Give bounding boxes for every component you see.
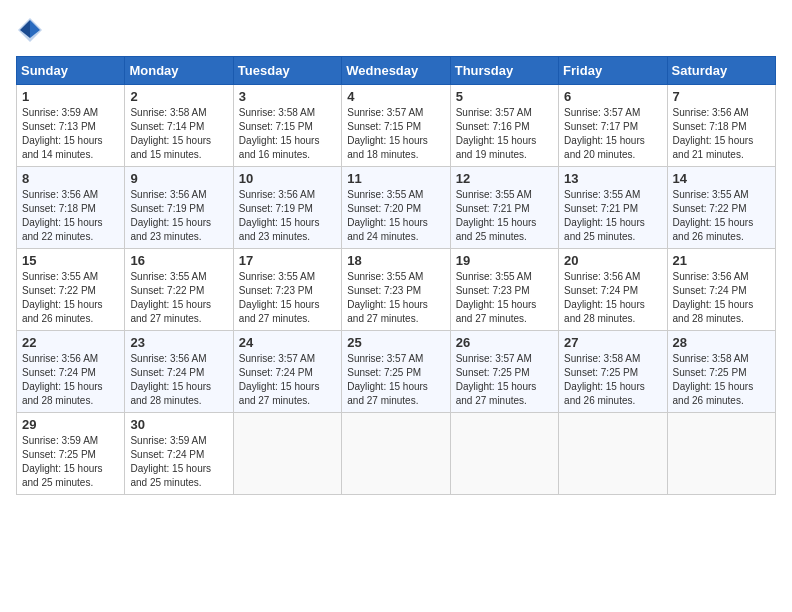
day-info: Sunrise: 3:57 AMSunset: 7:25 PMDaylight:… [456, 352, 553, 408]
day-info: Sunrise: 3:56 AMSunset: 7:18 PMDaylight:… [673, 106, 770, 162]
calendar-cell: 25 Sunrise: 3:57 AMSunset: 7:25 PMDaylig… [342, 331, 450, 413]
day-info: Sunrise: 3:57 AMSunset: 7:24 PMDaylight:… [239, 352, 336, 408]
weekday-header-sunday: Sunday [17, 57, 125, 85]
day-info: Sunrise: 3:56 AMSunset: 7:19 PMDaylight:… [239, 188, 336, 244]
day-info: Sunrise: 3:56 AMSunset: 7:24 PMDaylight:… [130, 352, 227, 408]
weekday-header-tuesday: Tuesday [233, 57, 341, 85]
calendar-cell: 30 Sunrise: 3:59 AMSunset: 7:24 PMDaylig… [125, 413, 233, 495]
calendar-row: 22 Sunrise: 3:56 AMSunset: 7:24 PMDaylig… [17, 331, 776, 413]
day-number: 23 [130, 335, 227, 350]
day-number: 7 [673, 89, 770, 104]
day-number: 14 [673, 171, 770, 186]
day-info: Sunrise: 3:55 AMSunset: 7:23 PMDaylight:… [456, 270, 553, 326]
calendar-cell [233, 413, 341, 495]
calendar-cell: 17 Sunrise: 3:55 AMSunset: 7:23 PMDaylig… [233, 249, 341, 331]
calendar-cell: 16 Sunrise: 3:55 AMSunset: 7:22 PMDaylig… [125, 249, 233, 331]
day-number: 28 [673, 335, 770, 350]
calendar-row: 29 Sunrise: 3:59 AMSunset: 7:25 PMDaylig… [17, 413, 776, 495]
calendar-cell: 20 Sunrise: 3:56 AMSunset: 7:24 PMDaylig… [559, 249, 667, 331]
calendar-cell: 10 Sunrise: 3:56 AMSunset: 7:19 PMDaylig… [233, 167, 341, 249]
day-number: 12 [456, 171, 553, 186]
calendar-cell: 24 Sunrise: 3:57 AMSunset: 7:24 PMDaylig… [233, 331, 341, 413]
day-info: Sunrise: 3:58 AMSunset: 7:14 PMDaylight:… [130, 106, 227, 162]
page-header [16, 16, 776, 44]
day-info: Sunrise: 3:56 AMSunset: 7:18 PMDaylight:… [22, 188, 119, 244]
day-number: 11 [347, 171, 444, 186]
day-number: 25 [347, 335, 444, 350]
calendar-cell: 6 Sunrise: 3:57 AMSunset: 7:17 PMDayligh… [559, 85, 667, 167]
calendar-row: 15 Sunrise: 3:55 AMSunset: 7:22 PMDaylig… [17, 249, 776, 331]
calendar-cell: 1 Sunrise: 3:59 AMSunset: 7:13 PMDayligh… [17, 85, 125, 167]
day-info: Sunrise: 3:55 AMSunset: 7:23 PMDaylight:… [239, 270, 336, 326]
day-number: 10 [239, 171, 336, 186]
day-number: 26 [456, 335, 553, 350]
weekday-header-thursday: Thursday [450, 57, 558, 85]
day-info: Sunrise: 3:58 AMSunset: 7:25 PMDaylight:… [564, 352, 661, 408]
day-number: 8 [22, 171, 119, 186]
calendar-cell [450, 413, 558, 495]
calendar-cell: 11 Sunrise: 3:55 AMSunset: 7:20 PMDaylig… [342, 167, 450, 249]
calendar-cell: 26 Sunrise: 3:57 AMSunset: 7:25 PMDaylig… [450, 331, 558, 413]
calendar-cell: 28 Sunrise: 3:58 AMSunset: 7:25 PMDaylig… [667, 331, 775, 413]
calendar-cell: 19 Sunrise: 3:55 AMSunset: 7:23 PMDaylig… [450, 249, 558, 331]
day-number: 5 [456, 89, 553, 104]
day-info: Sunrise: 3:55 AMSunset: 7:21 PMDaylight:… [564, 188, 661, 244]
day-info: Sunrise: 3:57 AMSunset: 7:17 PMDaylight:… [564, 106, 661, 162]
day-number: 9 [130, 171, 227, 186]
calendar-cell: 14 Sunrise: 3:55 AMSunset: 7:22 PMDaylig… [667, 167, 775, 249]
day-number: 3 [239, 89, 336, 104]
day-info: Sunrise: 3:58 AMSunset: 7:25 PMDaylight:… [673, 352, 770, 408]
day-info: Sunrise: 3:59 AMSunset: 7:24 PMDaylight:… [130, 434, 227, 490]
day-info: Sunrise: 3:55 AMSunset: 7:22 PMDaylight:… [130, 270, 227, 326]
calendar-cell: 29 Sunrise: 3:59 AMSunset: 7:25 PMDaylig… [17, 413, 125, 495]
calendar-cell: 18 Sunrise: 3:55 AMSunset: 7:23 PMDaylig… [342, 249, 450, 331]
calendar-cell [667, 413, 775, 495]
calendar-row: 8 Sunrise: 3:56 AMSunset: 7:18 PMDayligh… [17, 167, 776, 249]
day-number: 4 [347, 89, 444, 104]
calendar-cell: 7 Sunrise: 3:56 AMSunset: 7:18 PMDayligh… [667, 85, 775, 167]
day-info: Sunrise: 3:55 AMSunset: 7:22 PMDaylight:… [673, 188, 770, 244]
calendar-cell: 9 Sunrise: 3:56 AMSunset: 7:19 PMDayligh… [125, 167, 233, 249]
logo [16, 16, 48, 44]
day-info: Sunrise: 3:55 AMSunset: 7:20 PMDaylight:… [347, 188, 444, 244]
day-number: 19 [456, 253, 553, 268]
calendar-cell: 12 Sunrise: 3:55 AMSunset: 7:21 PMDaylig… [450, 167, 558, 249]
calendar-cell: 27 Sunrise: 3:58 AMSunset: 7:25 PMDaylig… [559, 331, 667, 413]
day-number: 17 [239, 253, 336, 268]
day-number: 13 [564, 171, 661, 186]
day-number: 2 [130, 89, 227, 104]
calendar-cell: 15 Sunrise: 3:55 AMSunset: 7:22 PMDaylig… [17, 249, 125, 331]
day-info: Sunrise: 3:56 AMSunset: 7:19 PMDaylight:… [130, 188, 227, 244]
weekday-header-saturday: Saturday [667, 57, 775, 85]
day-number: 30 [130, 417, 227, 432]
weekday-header-monday: Monday [125, 57, 233, 85]
day-info: Sunrise: 3:59 AMSunset: 7:13 PMDaylight:… [22, 106, 119, 162]
day-number: 15 [22, 253, 119, 268]
calendar-cell: 4 Sunrise: 3:57 AMSunset: 7:15 PMDayligh… [342, 85, 450, 167]
day-number: 6 [564, 89, 661, 104]
weekday-header-friday: Friday [559, 57, 667, 85]
day-info: Sunrise: 3:55 AMSunset: 7:23 PMDaylight:… [347, 270, 444, 326]
day-number: 24 [239, 335, 336, 350]
day-info: Sunrise: 3:57 AMSunset: 7:25 PMDaylight:… [347, 352, 444, 408]
calendar-cell: 21 Sunrise: 3:56 AMSunset: 7:24 PMDaylig… [667, 249, 775, 331]
day-info: Sunrise: 3:55 AMSunset: 7:22 PMDaylight:… [22, 270, 119, 326]
day-number: 21 [673, 253, 770, 268]
calendar-cell: 22 Sunrise: 3:56 AMSunset: 7:24 PMDaylig… [17, 331, 125, 413]
day-info: Sunrise: 3:57 AMSunset: 7:16 PMDaylight:… [456, 106, 553, 162]
day-number: 29 [22, 417, 119, 432]
logo-icon [16, 16, 44, 44]
day-number: 20 [564, 253, 661, 268]
day-number: 27 [564, 335, 661, 350]
calendar-cell: 3 Sunrise: 3:58 AMSunset: 7:15 PMDayligh… [233, 85, 341, 167]
calendar-cell: 8 Sunrise: 3:56 AMSunset: 7:18 PMDayligh… [17, 167, 125, 249]
day-info: Sunrise: 3:55 AMSunset: 7:21 PMDaylight:… [456, 188, 553, 244]
day-number: 1 [22, 89, 119, 104]
day-info: Sunrise: 3:57 AMSunset: 7:15 PMDaylight:… [347, 106, 444, 162]
day-number: 16 [130, 253, 227, 268]
calendar-cell: 13 Sunrise: 3:55 AMSunset: 7:21 PMDaylig… [559, 167, 667, 249]
day-info: Sunrise: 3:56 AMSunset: 7:24 PMDaylight:… [22, 352, 119, 408]
calendar-cell: 2 Sunrise: 3:58 AMSunset: 7:14 PMDayligh… [125, 85, 233, 167]
weekday-header-row: SundayMondayTuesdayWednesdayThursdayFrid… [17, 57, 776, 85]
day-info: Sunrise: 3:58 AMSunset: 7:15 PMDaylight:… [239, 106, 336, 162]
